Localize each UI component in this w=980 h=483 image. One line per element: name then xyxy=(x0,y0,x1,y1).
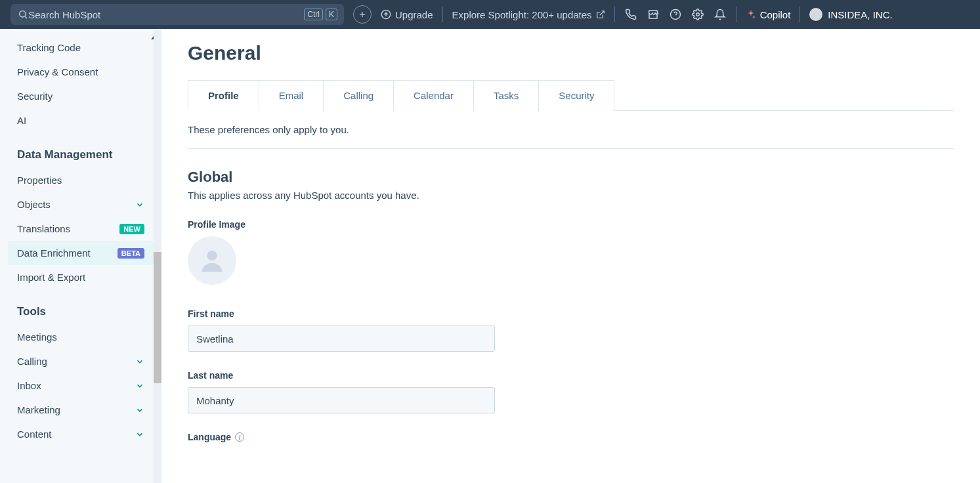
kbd-ctrl: Ctrl xyxy=(304,9,323,20)
svg-point-9 xyxy=(696,13,699,16)
profile-image-upload[interactable] xyxy=(188,236,236,285)
external-link-icon xyxy=(596,10,605,19)
upgrade-button[interactable]: Upgrade xyxy=(381,9,433,20)
chevron-down-icon xyxy=(135,430,144,439)
sidebar-item-inbox[interactable]: Inbox xyxy=(0,373,161,398)
sidebar-item-tracking-code[interactable]: Tracking Code xyxy=(0,35,161,60)
nav-divider xyxy=(442,7,443,22)
svg-line-1 xyxy=(25,16,27,18)
search-wrapper[interactable]: Ctrl K xyxy=(11,4,344,25)
tab-profile[interactable]: Profile xyxy=(188,80,259,111)
sidebar: Tracking Code Privacy & Consent Security… xyxy=(0,29,161,483)
section-subtext: This applies across any HubSpot accounts… xyxy=(188,190,954,201)
account-label: INSIDEA, INC. xyxy=(828,9,892,20)
notifications-icon[interactable] xyxy=(714,8,727,21)
label-profile-image: Profile Image xyxy=(188,219,954,230)
tabs: Profile Email Calling Calendar Tasks Sec… xyxy=(188,80,954,111)
chevron-down-icon xyxy=(135,357,144,366)
sparkle-icon xyxy=(746,9,756,20)
preferences-hint: These preferences only apply to you. xyxy=(188,124,954,135)
search-input[interactable] xyxy=(28,9,304,20)
sidebar-item-ai[interactable]: AI xyxy=(0,108,161,133)
spotlight-link[interactable]: Explore Spotlight: 200+ updates xyxy=(452,9,605,20)
sidebar-heading-tools: Tools xyxy=(0,289,161,325)
marketplace-icon[interactable] xyxy=(647,8,660,21)
sidebar-item-security[interactable]: Security xyxy=(0,84,161,108)
divider xyxy=(188,148,954,149)
badge-beta: BETA xyxy=(117,248,144,259)
sidebar-item-import-export[interactable]: Import & Export xyxy=(0,265,161,289)
label-last-name: Last name xyxy=(188,370,954,381)
nav-divider xyxy=(799,7,800,22)
nav-divider xyxy=(614,7,615,22)
search-icon xyxy=(17,8,28,21)
account-menu[interactable]: INSIDEA, INC. xyxy=(809,8,892,21)
upgrade-icon xyxy=(381,9,391,20)
sidebar-heading-data-management: Data Management xyxy=(0,133,161,168)
label-language: Language i xyxy=(188,432,954,442)
tab-security[interactable]: Security xyxy=(539,80,614,111)
sidebar-item-meetings[interactable]: Meetings xyxy=(0,325,161,349)
section-heading-global: Global xyxy=(188,169,954,186)
info-icon[interactable]: i xyxy=(235,432,244,442)
chevron-down-icon xyxy=(135,200,144,209)
label-first-name: First name xyxy=(188,308,954,319)
nav-divider xyxy=(736,7,736,22)
sidebar-item-marketing[interactable]: Marketing xyxy=(0,398,161,422)
scrollbar-thumb[interactable] xyxy=(154,252,161,383)
tab-email[interactable]: Email xyxy=(259,80,324,111)
spotlight-label: Explore Spotlight: 200+ updates xyxy=(452,9,592,20)
search-kbd: Ctrl K xyxy=(304,9,337,20)
sidebar-item-calling[interactable]: Calling xyxy=(0,349,161,373)
kbd-k: K xyxy=(326,9,337,20)
sidebar-item-properties[interactable]: Properties xyxy=(0,168,161,192)
create-button[interactable] xyxy=(353,5,372,24)
sidebar-item-data-enrichment[interactable]: Data Enrichment BETA xyxy=(8,241,154,265)
main-content: General Profile Email Calling Calendar T… xyxy=(161,29,980,483)
chevron-down-icon xyxy=(135,381,144,390)
avatar-icon xyxy=(809,8,822,21)
copilot-button[interactable]: Copilot xyxy=(746,9,791,20)
tab-calling[interactable]: Calling xyxy=(324,80,394,111)
sidebar-item-translations[interactable]: Translations NEW xyxy=(0,217,161,241)
phone-icon[interactable] xyxy=(624,8,637,21)
svg-point-10 xyxy=(207,251,217,261)
sidebar-item-objects[interactable]: Objects xyxy=(0,192,161,217)
last-name-input[interactable] xyxy=(188,387,495,413)
top-nav: Ctrl K Upgrade Explore Spotlight: 200+ u… xyxy=(0,0,980,29)
sidebar-item-privacy[interactable]: Privacy & Consent xyxy=(0,60,161,84)
first-name-input[interactable] xyxy=(188,326,495,352)
badge-new: NEW xyxy=(119,224,144,234)
copilot-label: Copilot xyxy=(760,9,791,20)
upgrade-label: Upgrade xyxy=(395,9,433,20)
tab-tasks[interactable]: Tasks xyxy=(474,80,539,111)
page-title: General xyxy=(188,42,954,64)
chevron-down-icon xyxy=(135,406,144,415)
svg-point-0 xyxy=(19,11,25,17)
sidebar-item-content[interactable]: Content xyxy=(0,422,161,446)
settings-icon[interactable] xyxy=(691,8,704,21)
tab-calendar[interactable]: Calendar xyxy=(394,80,474,111)
person-icon xyxy=(197,245,227,276)
help-icon[interactable] xyxy=(669,8,682,21)
svg-line-6 xyxy=(599,11,603,15)
